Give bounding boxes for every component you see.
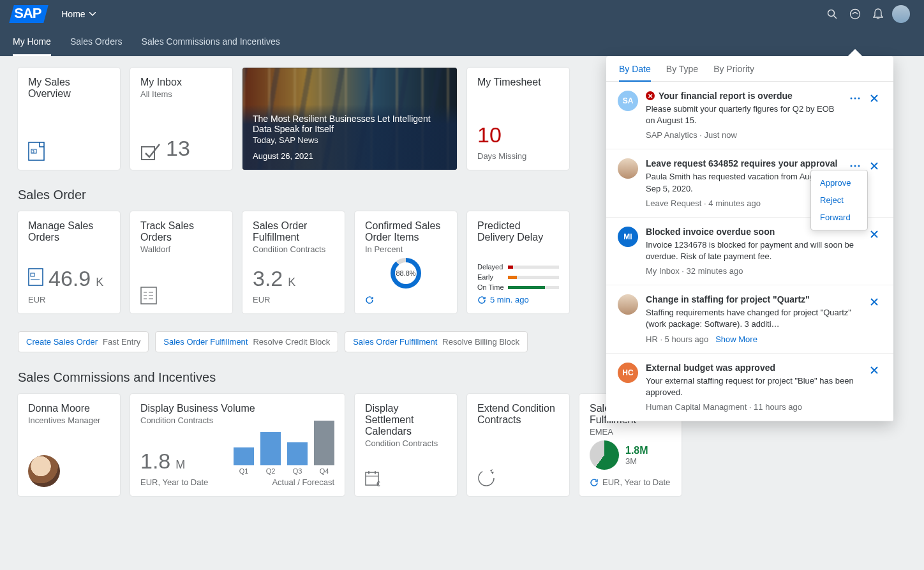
notif-meta: My Inbox · 32 minutes ago xyxy=(646,266,859,276)
search-icon[interactable] xyxy=(821,3,844,26)
refresh-icon[interactable] xyxy=(477,296,486,304)
quick-link-chip[interactable]: Sales Order FulfillmentResolve Billing B… xyxy=(345,331,528,352)
svg-point-0 xyxy=(828,10,835,17)
notification-bell-icon[interactable] xyxy=(867,3,890,26)
tile-extend-contracts[interactable]: Extend Condition Contracts xyxy=(467,394,569,496)
notif-meta: HR · 5 hours ago Show More xyxy=(646,334,859,344)
more-icon[interactable] xyxy=(847,91,863,106)
home-dropdown[interactable]: Home xyxy=(61,9,95,19)
news-headline: The Most Resilient Businesses Let Intell… xyxy=(253,114,447,134)
refresh-icon[interactable] xyxy=(590,478,599,487)
notif-avatar: HC xyxy=(618,363,638,383)
tile-fulfillment[interactable]: Sales Order Fulfillment Condition Contra… xyxy=(242,211,345,313)
notif-tab-priority[interactable]: By Priority xyxy=(713,64,754,82)
close-icon[interactable] xyxy=(867,294,882,310)
copilot-icon[interactable] xyxy=(844,3,867,26)
notif-title: ✕Your financial report is overdue xyxy=(646,91,840,101)
invoice-icon: $ xyxy=(28,142,45,161)
extend-icon xyxy=(477,468,496,487)
svg-text:€: € xyxy=(376,481,380,487)
volume-bar-chart: Q1Q2Q3Q4 xyxy=(234,430,334,475)
tile-donna-moore[interactable]: Donna Moore Incentives Manager xyxy=(18,394,120,496)
calendar-icon: € xyxy=(365,470,383,487)
svg-rect-7 xyxy=(29,269,43,285)
notification-item[interactable]: SA ✕Your financial report is overdue Ple… xyxy=(606,82,893,149)
order-icon xyxy=(28,268,43,286)
svg-point-26 xyxy=(851,165,853,167)
svg-point-24 xyxy=(854,98,856,100)
tile-title: My Sales Overview xyxy=(28,77,110,100)
notif-tab-type[interactable]: By Type xyxy=(666,64,698,82)
tile-news[interactable]: The Most Resilient Businesses Let Intell… xyxy=(242,68,457,170)
bullet-row: Early xyxy=(477,273,559,281)
action-menu-item[interactable]: Forward xyxy=(811,209,867,226)
user-avatar[interactable] xyxy=(890,3,913,26)
svg-rect-8 xyxy=(31,273,34,276)
svg-line-1 xyxy=(834,16,837,19)
notif-desc: Please submit your quarterly figures for… xyxy=(646,103,840,126)
tab-my-home[interactable]: My Home xyxy=(13,29,51,56)
news-source: Today, SAP News xyxy=(253,135,447,145)
page-tabs: My Home Sales Orders Sales Commissions a… xyxy=(0,28,924,56)
tile-sales-overview[interactable]: My Sales Overview $ xyxy=(18,68,120,170)
tile-my-inbox[interactable]: My Inbox All Items 13 xyxy=(130,68,232,170)
tile-business-volume[interactable]: Display Business Volume Condition Contra… xyxy=(130,394,345,496)
timesheet-value: 10 xyxy=(477,123,502,147)
refresh-icon[interactable] xyxy=(365,296,374,304)
tile-subtitle: All Items xyxy=(140,89,222,99)
notification-item[interactable]: Leave request 634852 requires your appro… xyxy=(606,149,893,217)
bullet-row: Delayed xyxy=(477,263,559,271)
sap-logo[interactable]: SAP xyxy=(11,5,46,23)
donut-chart: 88.8% xyxy=(391,258,421,289)
tile-timesheet[interactable]: My Timesheet 10 Days Missing xyxy=(467,68,569,170)
pie-chart xyxy=(590,440,619,470)
tab-sales-orders[interactable]: Sales Orders xyxy=(70,29,123,56)
tile-manage-orders[interactable]: Manage Sales Orders 46.9 K EUR xyxy=(18,211,120,313)
timesheet-footer: Days Missing xyxy=(477,151,559,161)
bullet-row: On Time xyxy=(477,283,559,291)
quick-link-chip[interactable]: Create Sales OrderFast Entry xyxy=(18,331,149,352)
notif-desc: Staffing requirements have changed for p… xyxy=(646,307,859,330)
checkbox-icon xyxy=(140,143,161,161)
tile-title: My Inbox xyxy=(140,77,222,88)
chevron-down-icon xyxy=(89,12,96,16)
close-icon[interactable] xyxy=(867,91,882,106)
close-icon[interactable] xyxy=(867,158,882,174)
close-icon[interactable] xyxy=(867,363,882,378)
shell-header: SAP Home xyxy=(0,0,924,28)
tile-predicted-delay[interactable]: Predicted Delivery Delay DelayedEarlyOn … xyxy=(467,211,569,313)
show-more-link[interactable]: Show More xyxy=(715,334,757,344)
action-menu-item[interactable]: Approve xyxy=(811,174,867,191)
tile-track-orders[interactable]: Track Sales Orders Walldorf xyxy=(130,211,232,313)
svg-text:$: $ xyxy=(33,149,35,153)
notif-desc: Invoice 1234678 is blocked for payment a… xyxy=(646,239,859,262)
svg-point-28 xyxy=(858,165,860,167)
notification-item[interactable]: HC External budget was approved Your ext… xyxy=(606,354,893,421)
tile-title: My Timesheet xyxy=(477,77,559,88)
notif-action-menu: ApproveRejectForward xyxy=(810,170,868,230)
quick-link-chip[interactable]: Sales Order FulfillmentResolve Credit Bl… xyxy=(155,331,338,352)
notif-avatar xyxy=(618,158,638,179)
notif-avatar: SA xyxy=(618,91,638,111)
action-menu-item[interactable]: Reject xyxy=(811,191,867,209)
notif-tab-date[interactable]: By Date xyxy=(619,64,651,82)
svg-point-27 xyxy=(854,165,856,167)
notification-item[interactable]: Change in staffing for project "Quartz" … xyxy=(606,285,893,353)
tile-title: Manage Sales Orders xyxy=(28,220,110,243)
notif-title: External budget was approved xyxy=(646,363,859,373)
notif-title: Change in staffing for project "Quartz" xyxy=(646,294,859,304)
tab-commissions[interactable]: Sales Commissions and Incentives xyxy=(142,29,280,56)
notif-meta: SAP Analytics · Just now xyxy=(646,130,840,140)
notif-meta: Human Capital Managment · 11 hours ago xyxy=(646,402,859,412)
news-date: August 26, 2021 xyxy=(253,151,447,161)
svg-point-2 xyxy=(851,10,860,19)
tile-settlement[interactable]: Display Settlement Calendars Condition C… xyxy=(355,394,457,496)
notif-title: Leave request 634852 requires your appro… xyxy=(646,158,840,169)
svg-point-23 xyxy=(851,98,853,100)
notifications-popover: By Date By Type By Priority SA ✕Your fin… xyxy=(606,56,893,421)
notif-avatar xyxy=(618,294,638,315)
notif-desc: Your external staffing request for proje… xyxy=(646,375,859,398)
close-icon[interactable] xyxy=(867,227,882,242)
svg-point-25 xyxy=(858,98,860,100)
tile-confirmed-items[interactable]: Confirmed Sales Order Items In Percent 8… xyxy=(355,211,457,313)
